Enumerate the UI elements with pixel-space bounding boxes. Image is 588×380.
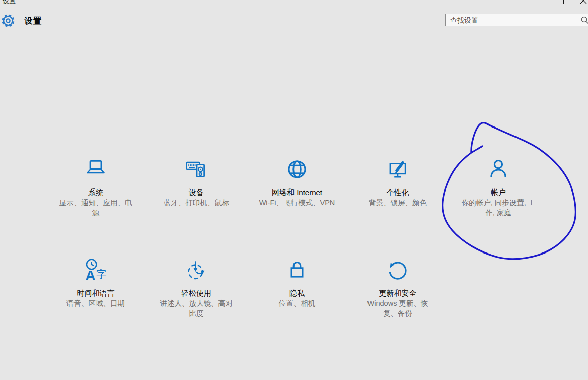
category-title: 隐私	[244, 288, 350, 298]
category-subtitle: Wi-Fi、飞行模式、VPN	[257, 198, 337, 208]
category-tile-devices[interactable]: 设备 蓝牙、打印机、鼠标	[143, 153, 249, 208]
category-tile-personalization[interactable]: 个性化 背景、锁屏、颜色	[345, 153, 451, 208]
category-subtitle: 语音、区域、日期	[56, 298, 135, 308]
category-tile-accounts[interactable]: 帐户 你的帐户, 同步设置, 工作, 家庭	[446, 153, 551, 218]
maximize-icon[interactable]	[558, 0, 564, 4]
category-tile-network[interactable]: 网络和 Internet Wi-Fi、飞行模式、VPN	[244, 153, 350, 208]
clock-language-icon: A 字	[43, 258, 149, 283]
globe-icon	[244, 157, 350, 182]
category-subtitle: 你的帐户, 同步设置, 工作, 家庭	[459, 198, 538, 218]
category-title: 系统	[43, 187, 149, 198]
category-tile-system[interactable]: 系统 显示、通知、应用、电源	[43, 153, 149, 218]
category-title: 设备	[143, 187, 249, 198]
ease-of-access-icon	[143, 258, 249, 283]
monitor-pen-icon	[345, 157, 451, 182]
category-tile-ease-of-access[interactable]: 轻松使用 讲述人、放大镜、高对比度	[143, 254, 249, 319]
search-box[interactable]	[445, 14, 588, 26]
category-title: 个性化	[345, 187, 451, 198]
category-title: 轻松使用	[143, 288, 249, 298]
category-title: 时间和语言	[43, 288, 149, 298]
window-title: 设置	[3, 0, 16, 6]
person-icon	[446, 157, 551, 182]
search-input[interactable]	[446, 14, 588, 26]
category-subtitle: 讲述人、放大镜、高对比度	[157, 298, 236, 319]
page-title: 设置	[24, 16, 42, 27]
padlock-icon	[244, 258, 350, 283]
category-title: 网络和 Internet	[244, 187, 350, 198]
category-tile-privacy[interactable]: 隐私 位置、相机	[244, 254, 350, 308]
category-tile-update-security[interactable]: 更新和安全 Windows 更新、恢复、备份	[345, 254, 451, 319]
category-subtitle: 背景、锁屏、颜色	[358, 198, 437, 208]
category-subtitle: 位置、相机	[257, 298, 337, 308]
minimize-icon[interactable]	[535, 3, 541, 3]
search-icon[interactable]	[580, 16, 588, 25]
gear-icon	[1, 14, 15, 28]
category-title: 更新和安全	[345, 288, 451, 298]
close-icon[interactable]	[579, 0, 587, 5]
category-title: 帐户	[446, 187, 551, 198]
keyboard-speaker-icon	[143, 157, 249, 182]
category-subtitle: Windows 更新、恢复、备份	[365, 298, 430, 319]
laptop-icon	[43, 157, 149, 182]
svg-text:字: 字	[96, 268, 107, 280]
svg-text:A: A	[85, 268, 95, 283]
category-subtitle: 蓝牙、打印机、鼠标	[157, 198, 236, 208]
circular-arrow-icon	[345, 258, 451, 283]
category-tile-time-language[interactable]: A 字 时间和语言 语音、区域、日期	[43, 254, 149, 308]
category-subtitle: 显示、通知、应用、电源	[56, 198, 135, 218]
